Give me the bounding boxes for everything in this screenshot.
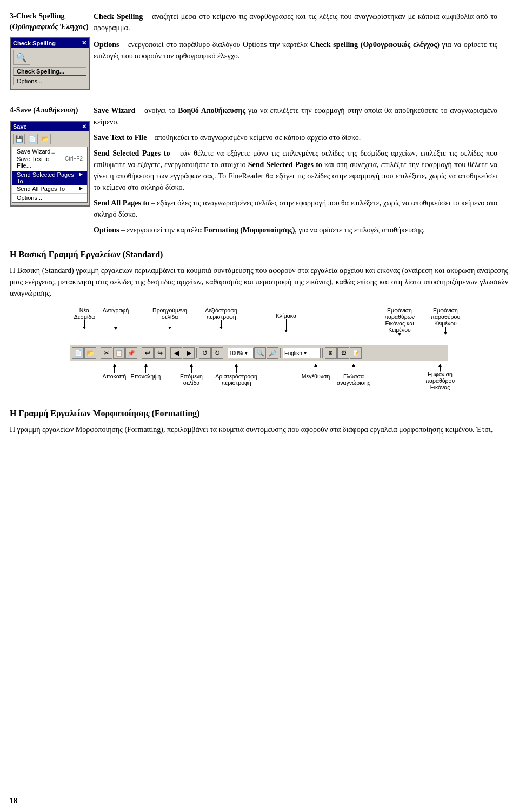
tb-cut-btn[interactable]: ✂ <box>101 347 112 359</box>
label-aris-per: Αριστερόστροφηπεριστροφή <box>212 364 261 386</box>
tb-sep-1 <box>98 348 99 358</box>
save-paragraph-4: Send All Pages to – εξάγει όλες τις αναγ… <box>94 197 497 220</box>
tb-zoom-out-btn[interactable]: 🔎 <box>267 347 278 359</box>
label-emf-eik: ΕμφάνισηπαραθύρουΕικόνας <box>418 364 462 390</box>
save-icon-3: 📂 <box>39 134 51 144</box>
section-label-check-spelling: 3-Check Spelling (Ορθογραφικός Έλεγχος) … <box>10 11 94 90</box>
label-gloss: Γλώσσααναγνώρισης <box>335 364 372 386</box>
save-paragraph-2: Save Text to File – αποθηκεύει το αναγνω… <box>94 132 497 143</box>
cs-paragraph-2: Options – ενεργοποιεί στο παράθυρο διαλό… <box>94 39 497 62</box>
tb-new-btn[interactable]: 📄 <box>72 347 84 359</box>
label-antigr: Αντιγραφή <box>99 307 132 330</box>
save-close-icon: ✕ <box>82 123 86 130</box>
tb-sep-5 <box>225 348 226 358</box>
menu-item-save-text[interactable]: Save Text to File...Ctrl+F2 <box>12 155 87 169</box>
page-number: 18 <box>10 797 17 806</box>
tb-sep-3 <box>168 348 169 358</box>
tb-lang-combo[interactable]: English▼ <box>283 348 321 358</box>
section-number-3: 3-Check Spelling (Ορθογραφικός Έλεγχος) <box>10 12 89 31</box>
cs-close-icon: ✕ <box>82 39 86 46</box>
menu-item-save-wizard[interactable]: Save Wizard... <box>12 148 87 155</box>
tb-zoom-in-btn[interactable]: 🔍 <box>254 347 266 359</box>
save-icon-2: 📄 <box>26 134 38 144</box>
toolbar-intro: Η Βασική (Standard) γραμμή εργαλείων περ… <box>10 265 508 299</box>
toolbar-bar: 📄 📂 ✂ 📋 📌 ↩ ↪ ◀ ▶ ↺ ↻ <box>70 345 448 361</box>
cs-paragraph-1: Check Spelling – αναζητεί μέσα στο κείμε… <box>94 11 497 34</box>
label-meg: Μεγέθυνση <box>300 364 332 380</box>
tb-prev-btn[interactable]: ◀ <box>170 347 182 359</box>
tb-sep-2 <box>139 348 140 358</box>
toolbar-section: Η Βασική Γραμμή Εργαλείων (Standard) Η Β… <box>0 245 519 403</box>
label-epanaliipsi: Επαναλήψη <box>128 364 163 380</box>
tb-view-both-btn[interactable]: ⊞ <box>325 347 337 359</box>
menu-item-options[interactable]: Options... <box>12 194 87 202</box>
tb-paste-btn[interactable]: 📌 <box>125 347 137 359</box>
tb-copy-btn[interactable]: 📋 <box>113 347 125 359</box>
save-ui-mock: Save ✕ 💾 📄 📂 Save Wizard... Save Text to… <box>10 121 90 207</box>
tb-undo-btn[interactable]: ↩ <box>142 347 154 359</box>
menu-item-send-all[interactable]: Send All Pages To▶ <box>12 185 87 192</box>
save-paragraph-1: Save Wizard – ανοίγει το Βοηθό Αποθήκευσ… <box>94 105 497 128</box>
formatting-intro: Η γραμμή εργαλείων Μορφοποίησης (Formatt… <box>10 424 508 435</box>
save-paragraph-5: Options – ενεργοποιεί την καρτέλα Format… <box>94 224 497 236</box>
formatting-section: Η Γραμμή Εργαλείων Μορφοποίησης (Formatt… <box>0 403 519 446</box>
cs-title: Check Spelling <box>13 40 56 46</box>
label-emf-txt: ΕμφάνισηπαραθύρουΚειμένου <box>424 307 467 335</box>
tb-open-btn[interactable]: 📂 <box>84 347 96 359</box>
section-label-save: 4-Save (Αποθήκευση) Save ✕ 💾 📄 📂 Save Wi… <box>10 105 94 240</box>
tb-rot-right-btn[interactable]: ↻ <box>211 347 223 359</box>
check-spelling-content: Check Spelling – αναζητεί μέσα στο κείμε… <box>94 11 508 90</box>
tb-sep-4 <box>196 348 197 358</box>
label-next-page: Επόμενησελίδα <box>175 364 208 386</box>
tb-sep-6 <box>280 348 281 358</box>
cs-icon-check: 🔍 <box>13 50 30 65</box>
tb-view-txt-btn[interactable]: 📝 <box>350 347 362 359</box>
save-title: Save <box>13 123 27 130</box>
save-paragraph-3: Send Selected Pages to – εάν θέλετε να ε… <box>94 148 497 193</box>
cs-options-button[interactable]: Options... <box>13 77 86 85</box>
cs-check-button[interactable]: Check Spelling... <box>13 67 86 76</box>
tb-next-btn[interactable]: ▶ <box>183 347 195 359</box>
label-klimax: Κλίμακα <box>270 312 302 332</box>
label-prev-page: Προηγούμενησελίδα <box>148 307 191 329</box>
save-content: Save Wizard – ανοίγει το Βοηθό Αποθήκευσ… <box>94 105 508 240</box>
toolbar-diagram: ΝέαΔεσμίδα Αντιγραφή Προηγούμε <box>10 307 508 399</box>
menu-item-send-selected[interactable]: Send Selected Pages To▶ <box>12 171 87 185</box>
tb-rot-left-btn[interactable]: ↺ <box>199 347 211 359</box>
label-emf-win-txt: ΕμφάνισηπαραθύρωνΕικόνας καιΚειμένου <box>378 307 421 336</box>
toolbar-heading: Η Βασική Γραμμή Εργαλείων (Standard) <box>10 250 508 259</box>
formatting-heading: Η Γραμμή Εργαλείων Μορφοποίησης (Formatt… <box>10 409 508 418</box>
tb-redo-btn[interactable]: ↪ <box>154 347 166 359</box>
tb-view-img-btn[interactable]: 🖼 <box>337 347 349 359</box>
save-icon-1: 💾 <box>13 134 25 144</box>
label-dex-per: Δεξιόστροφηπεριστροφή <box>197 307 245 329</box>
check-spelling-ui-mock: Check Spelling ✕ 🔍 Check Spelling... Opt… <box>10 37 90 90</box>
section-number-4: 4-Save (Αποθήκευση) <box>10 106 78 114</box>
label-new-desm: ΝέαΔεσμίδα <box>71 307 98 329</box>
label-apokopi: Αποκοπή <box>99 364 129 380</box>
tb-zoom-combo[interactable]: 100%▼ <box>228 348 254 358</box>
tb-sep-7 <box>322 348 323 358</box>
